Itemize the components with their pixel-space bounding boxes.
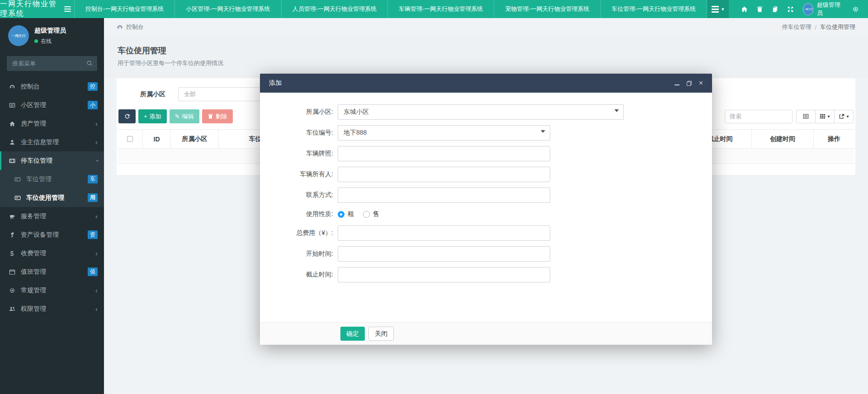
start-time-input[interactable]	[338, 246, 550, 262]
add-button[interactable]: + 添加	[138, 109, 167, 123]
radio-selected-icon	[338, 211, 344, 218]
online-dot-icon	[34, 39, 38, 43]
menu-badge: 控	[88, 82, 98, 90]
contact-label: 联系方式:	[260, 191, 338, 199]
nav-tab-pet[interactable]: 宠物管理-一网天行物业管理系统	[494, 0, 600, 18]
fullscreen-icon[interactable]	[783, 6, 798, 13]
breadcrumb-parent[interactable]: 停车位管理	[782, 23, 811, 31]
menu-badge: 值	[88, 267, 98, 276]
gavel-icon	[8, 232, 16, 238]
sidebar-avatar: 一网天行	[8, 25, 29, 46]
parking-submenu: 车位管理 车 车位使用管理 用	[0, 170, 104, 207]
sidebar-item-parking-usage[interactable]: 车位使用管理 用	[0, 188, 104, 207]
sidebar-item-community[interactable]: 小区管理 小	[0, 96, 104, 114]
menu-badge: 用	[88, 193, 98, 202]
trash-icon	[208, 113, 213, 119]
columns-grid-icon	[820, 113, 826, 119]
breadcrumb: 控制台 停车位管理 / 车位使用管理	[104, 18, 868, 36]
sidebar-item-service[interactable]: 服务管理 ‹	[0, 207, 104, 225]
detail-view-button[interactable]	[796, 110, 816, 123]
calendar-icon	[8, 269, 16, 275]
card-icon	[14, 195, 21, 201]
nav-tab-dashboard[interactable]: 控制台-一网天行物业管理系统	[74, 0, 175, 18]
export-button[interactable]: ▾	[834, 110, 854, 123]
sidebar-group-parking: 停车位管理 ‹ 车位管理 车 车位使用管理 用	[0, 151, 104, 207]
nav-tab-community[interactable]: 小区管理-一网天行物业管理系统	[175, 0, 281, 18]
sidebar-item-property[interactable]: 房产管理 ‹	[0, 114, 104, 133]
dashboard-gauge-icon	[117, 24, 123, 30]
sidebar-item-permissions[interactable]: 权限管理 ‹	[0, 300, 104, 318]
end-time-input[interactable]	[338, 267, 550, 282]
sidebar-item-parking[interactable]: 停车位管理 ‹	[0, 151, 104, 170]
plus-icon: +	[144, 113, 147, 120]
end-time-label: 截止时间:	[260, 271, 338, 279]
app-logo[interactable]: 一网天行物业管理系统	[0, 0, 61, 18]
sidebar-item-fees[interactable]: $ 收费管理 ‹	[0, 244, 104, 263]
nav-tab-strip: 控制台-一网天行物业管理系统 小区管理-一网天行物业管理系统 人员管理-一网天行…	[74, 0, 707, 18]
dashboard-gauge-icon	[8, 84, 16, 90]
close-icon[interactable]: ×	[699, 80, 703, 87]
page-header: 车位使用管理 用于管理小区里每一个停车位的使用情况	[104, 36, 868, 78]
community-select[interactable]: 东城小区	[338, 104, 624, 120]
nav-tab-vehicle[interactable]: 车辆管理-一网天行物业管理系统	[387, 0, 494, 18]
breadcrumb-home[interactable]: 控制台	[117, 23, 144, 31]
radio-unselected-icon	[363, 211, 370, 218]
user-name[interactable]: 超级管理员	[817, 1, 842, 17]
dollar-icon: $	[8, 250, 16, 257]
refresh-button[interactable]	[118, 109, 136, 123]
home-icon[interactable]	[737, 6, 752, 13]
plate-input[interactable]	[338, 146, 550, 161]
sidebar-toggle-icon[interactable]	[61, 0, 74, 18]
nav-tab-personnel[interactable]: 人员管理-一网天行物业管理系统	[281, 0, 387, 18]
menu-badge: 车	[88, 175, 98, 183]
space-number-label: 车位编号:	[260, 129, 338, 137]
newspaper-icon	[8, 102, 16, 108]
sidebar-item-assets[interactable]: 资产设备管理 资	[0, 225, 104, 244]
card-icon	[14, 176, 21, 183]
owner-input[interactable]	[338, 167, 550, 182]
sidebar-item-dashboard[interactable]: 控制台 控	[0, 77, 104, 96]
usage-rent-radio[interactable]: 租	[338, 210, 354, 218]
coffee-icon	[8, 213, 16, 220]
sidebar-item-parking-space[interactable]: 车位管理 车	[0, 170, 104, 188]
breadcrumb-separator: /	[815, 24, 816, 31]
tabs-menu-button[interactable]: ▾	[707, 0, 729, 18]
app-page: 一网天行物业管理系统 控制台-一网天行物业管理系统 小区管理-一网天行物业管理系…	[0, 0, 868, 394]
sidebar-search	[7, 56, 97, 71]
dialog-titlebar[interactable]: 添加 ×	[260, 74, 712, 93]
sidebar-item-duty[interactable]: 值班管理 值	[0, 263, 104, 281]
usage-sale-radio[interactable]: 售	[363, 210, 379, 218]
nav-tab-parking[interactable]: 车位管理-一网天行物业管理系统	[600, 0, 707, 18]
total-fee-input[interactable]	[338, 225, 550, 241]
sidebar-item-general[interactable]: 常规管理 ‹	[0, 281, 104, 300]
plate-label: 车辆牌照:	[260, 150, 338, 158]
pencil-icon: ✎	[175, 113, 180, 120]
cancel-button[interactable]: 关闭	[368, 327, 394, 341]
edit-button[interactable]: ✎ 编辑	[170, 109, 199, 123]
sidebar-search-input[interactable]	[7, 56, 97, 71]
sidebar: 一网天行 超级管理员 在线 控制台 控 小区管理 小	[0, 18, 104, 394]
columns-button[interactable]: ▾	[815, 110, 835, 123]
trash-icon[interactable]	[752, 6, 768, 13]
delete-button[interactable]: 删除	[202, 109, 233, 123]
caret-down-icon: ▾	[722, 7, 724, 12]
settings-gears-icon[interactable]	[848, 6, 863, 13]
page-title: 车位使用管理	[118, 45, 854, 56]
table-search-input[interactable]	[725, 110, 793, 123]
page-subtitle: 用于管理小区里每一个停车位的使用情况	[118, 59, 854, 67]
confirm-button[interactable]: 确定	[340, 327, 365, 341]
chevron-left-icon: ‹	[95, 120, 98, 127]
maximize-icon[interactable]	[687, 81, 692, 86]
documents-icon[interactable]	[768, 6, 783, 13]
minimize-icon[interactable]	[675, 81, 679, 85]
sidebar-item-owner-info[interactable]: 业主信息管理 ‹	[0, 133, 104, 151]
filter-label: 所属小区	[140, 90, 165, 98]
user-avatar[interactable]: 一网天行	[803, 3, 813, 15]
chevron-left-icon: ‹	[95, 250, 98, 257]
dialog-title: 添加	[269, 79, 282, 87]
contact-input[interactable]	[338, 188, 550, 203]
dialog-body: 所属小区: 东城小区 车位编号: 地下888 车辆牌照: 车辆所有人:	[260, 93, 712, 282]
select-all-checkbox[interactable]	[127, 136, 133, 142]
space-number-select[interactable]: 地下888	[338, 125, 550, 141]
caret-down-icon	[614, 109, 619, 112]
